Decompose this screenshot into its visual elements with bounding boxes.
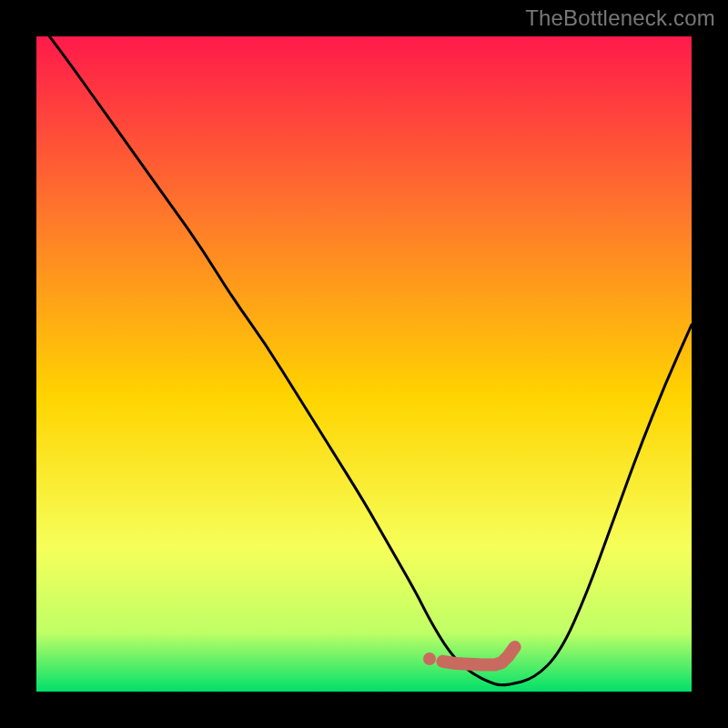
chart-svg [36, 36, 692, 692]
watermark-text: TheBottleneck.com [525, 5, 715, 31]
plot-area [36, 36, 692, 692]
chart-container: TheBottleneck.com [0, 0, 728, 728]
optimal-start-dot [423, 652, 436, 665]
gradient-background [36, 36, 692, 692]
